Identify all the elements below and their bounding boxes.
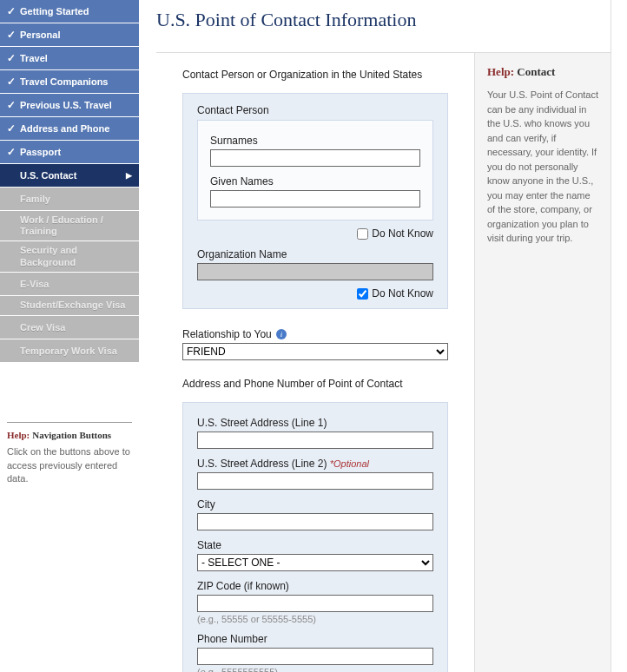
- help-body: Click on the buttons above to access pre…: [7, 445, 132, 485]
- sidebar-item-student-exchange-visa[interactable]: ✓Student/Exchange Visa: [0, 296, 139, 316]
- street-address-line2-input[interactable]: [197, 472, 433, 490]
- phone-label: Phone Number: [197, 633, 433, 645]
- check-icon: ✓: [7, 146, 18, 158]
- surnames-input[interactable]: [210, 149, 420, 167]
- divider: [7, 422, 132, 423]
- check-icon: ✓: [7, 5, 18, 17]
- sidebar-item-getting-started[interactable]: ✓Getting Started: [0, 0, 139, 23]
- street-address-line2-label: U.S. Street Address (Line 2) *Optional: [197, 458, 433, 470]
- sidebar-item-label: E-Visa: [20, 279, 49, 289]
- city-label: City: [197, 498, 433, 511]
- organization-name-label: Organization Name: [197, 248, 433, 260]
- zip-label: ZIP Code (if known): [197, 580, 433, 592]
- sidebar-item-work-education-training[interactable]: ✓Work / Education / Training: [0, 211, 139, 241]
- state-label: State: [197, 539, 433, 551]
- sidebar-item-label: Previous U.S. Travel: [20, 100, 112, 110]
- sidebar-item-e-visa[interactable]: ✓E-Visa: [0, 273, 139, 296]
- sidebar-item-travel[interactable]: ✓Travel: [0, 47, 139, 70]
- left-help-box: Help: Navigation Buttons Click on the bu…: [0, 415, 139, 492]
- help-topic: Contact: [517, 65, 555, 78]
- section-heading-address: Address and Phone Number of Point of Con…: [182, 378, 448, 390]
- sidebar: ✓Getting Started ✓Personal ✓Travel ✓Trav…: [0, 0, 139, 672]
- sidebar-item-family[interactable]: ✓Family: [0, 188, 139, 211]
- street-address-line2-label-text: U.S. Street Address (Line 2): [197, 458, 327, 470]
- sidebar-item-label: Security and Background: [20, 245, 132, 267]
- street-address-line1-input[interactable]: [197, 432, 433, 449]
- contact-person-panel: Contact Person Surnames Given Names Do N…: [182, 93, 448, 309]
- organization-name-input: [197, 263, 433, 280]
- address-panel: U.S. Street Address (Line 1) U.S. Street…: [182, 402, 448, 672]
- right-help-panel: Help: Contact Your U.S. Point of Contact…: [474, 53, 611, 672]
- section-heading-contact: Contact Person or Organization in the Un…: [182, 69, 448, 81]
- contact-person-do-not-know-checkbox[interactable]: [357, 228, 368, 240]
- organization-do-not-know-checkbox[interactable]: [357, 288, 368, 300]
- optional-tag: *Optional: [330, 458, 369, 469]
- sidebar-item-previous-us-travel[interactable]: ✓Previous U.S. Travel: [0, 94, 139, 117]
- help-body: Your U.S. Point of Contact can be any in…: [487, 88, 599, 246]
- check-icon: ✓: [7, 76, 18, 88]
- check-icon: ✓: [7, 52, 18, 64]
- info-icon[interactable]: i: [276, 329, 287, 339]
- sidebar-item-passport[interactable]: ✓Passport: [0, 141, 139, 164]
- surnames-label: Surnames: [210, 135, 420, 147]
- sidebar-item-label: Address and Phone: [20, 123, 109, 134]
- help-label: Help:: [487, 65, 514, 78]
- sidebar-item-label: Temporary Work Visa: [20, 346, 117, 356]
- sidebar-item-label: Work / Education / Training: [20, 214, 132, 237]
- contact-person-title: Contact Person: [197, 104, 433, 116]
- sidebar-item-label: Getting Started: [20, 6, 89, 16]
- page-title: U.S. Point of Contact Information: [139, 0, 627, 52]
- phone-input[interactable]: [197, 648, 433, 665]
- given-names-input[interactable]: [210, 190, 420, 208]
- sidebar-item-label: Family: [20, 194, 50, 204]
- sidebar-item-travel-companions[interactable]: ✓Travel Companions: [0, 70, 139, 94]
- contact-person-do-not-know-label: Do Not Know: [372, 227, 433, 240]
- phone-hint: (e.g., 5555555555): [197, 667, 433, 672]
- zip-input[interactable]: [197, 595, 433, 612]
- sidebar-item-label: Personal: [20, 30, 60, 40]
- sidebar-item-us-contact[interactable]: ✓U.S. Contact: [0, 164, 139, 188]
- relationship-select[interactable]: FRIEND: [182, 343, 448, 360]
- given-names-label: Given Names: [210, 175, 420, 188]
- check-icon: ✓: [7, 29, 18, 41]
- sidebar-item-label: U.S. Contact: [20, 170, 76, 181]
- organization-do-not-know-label: Do Not Know: [372, 287, 433, 300]
- check-icon: ✓: [7, 99, 18, 111]
- check-icon: ✓: [7, 122, 18, 135]
- sidebar-item-temporary-work-visa[interactable]: ✓Temporary Work Visa: [0, 339, 139, 363]
- state-select[interactable]: - SELECT ONE -: [197, 554, 433, 571]
- form-area: Contact Person or Organization in the Un…: [156, 53, 474, 672]
- sidebar-item-personal[interactable]: ✓Personal: [0, 23, 139, 47]
- street-address-line1-label: U.S. Street Address (Line 1): [197, 417, 433, 429]
- help-topic: Navigation Buttons: [32, 430, 111, 440]
- sidebar-item-crew-visa[interactable]: ✓Crew Visa: [0, 316, 139, 339]
- sidebar-item-label: Passport: [20, 147, 61, 157]
- sidebar-item-label: Student/Exchange Visa: [20, 300, 125, 311]
- help-label: Help:: [7, 430, 30, 440]
- sidebar-item-security-and-background[interactable]: ✓Security and Background: [0, 241, 139, 272]
- sidebar-item-label: Crew Visa: [20, 322, 65, 333]
- relationship-label: Relationship to You: [182, 328, 272, 340]
- sidebar-item-address-and-phone[interactable]: ✓Address and Phone: [0, 117, 139, 141]
- city-input[interactable]: [197, 513, 433, 530]
- sidebar-item-label: Travel Companions: [20, 76, 108, 87]
- sidebar-item-label: Travel: [20, 53, 48, 63]
- zip-hint: (e.g., 55555 or 55555-5555): [197, 614, 433, 624]
